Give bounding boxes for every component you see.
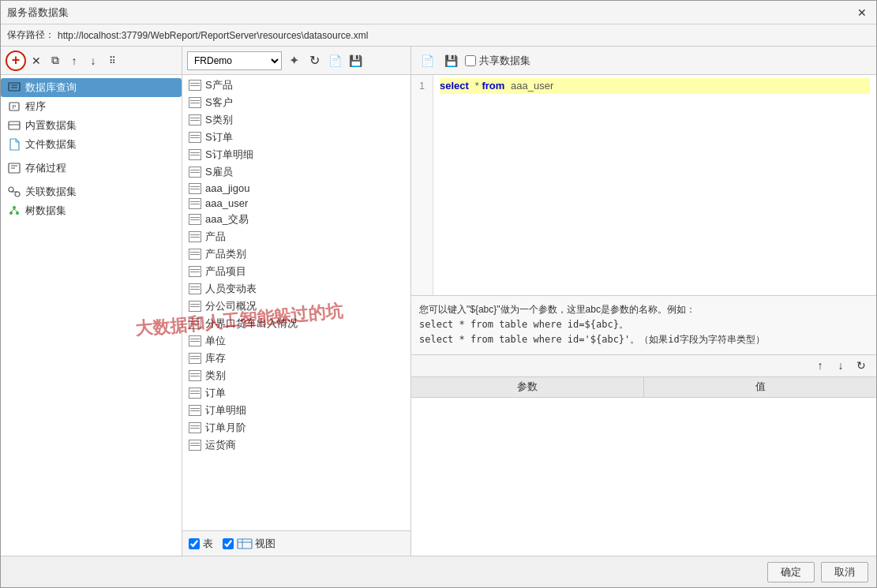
sql-keyword-from: from xyxy=(482,80,504,92)
list-item[interactable]: 订单 xyxy=(182,384,410,402)
move-up-button[interactable]: ↑ xyxy=(66,52,83,69)
list-item[interactable]: 单位 xyxy=(182,332,410,350)
table-row-icon xyxy=(189,80,201,91)
table-checkbox[interactable] xyxy=(189,538,200,549)
table-label: 表 xyxy=(203,537,213,551)
list-item[interactable]: S客户 xyxy=(182,94,410,111)
table-list: S产品 S客户 S类别 S订单 S订单明细 S雇员 aaa_jigou aaa_… xyxy=(182,75,410,530)
sql-keyword-select: select xyxy=(440,80,469,92)
save-path-bar: 保存路径： http://localhost:37799/WebReport/R… xyxy=(1,24,876,47)
hint-text-1: 您可以键入"${abc}"做为一个参数，这里abc是参数的名称。例如： xyxy=(419,302,868,317)
svg-point-15 xyxy=(16,212,19,215)
params-col-name: 参数 xyxy=(411,377,644,397)
right-open-btn[interactable]: 📄 xyxy=(418,51,437,70)
params-body xyxy=(411,398,876,556)
tree-item-related[interactable]: 关联数据集 xyxy=(1,182,182,201)
file-icon xyxy=(7,137,21,152)
settings-icon-btn[interactable]: ✦ xyxy=(285,52,302,69)
list-item[interactable]: 订单明细 xyxy=(182,402,410,419)
tree-item-db-query[interactable]: 数据库查询 xyxy=(1,78,182,97)
right-save-btn[interactable]: 💾 xyxy=(441,51,460,70)
tree-label-procedure: 程序 xyxy=(25,99,46,114)
list-item[interactable]: S产品 xyxy=(182,77,410,94)
view-label: 视图 xyxy=(255,537,275,551)
table-row-icon xyxy=(189,198,201,209)
more-button[interactable]: ⠿ xyxy=(103,52,121,69)
svg-point-14 xyxy=(9,212,13,215)
table-row-icon xyxy=(189,231,201,242)
tree-label-stored: 存储过程 xyxy=(25,161,66,175)
tree-item-tree[interactable]: 树数据集 xyxy=(1,201,182,220)
tree-item-stored[interactable]: 存储过程 xyxy=(1,159,182,178)
tree-item-builtin[interactable]: 内置数据集 xyxy=(1,116,182,135)
line-numbers: 1 xyxy=(411,75,433,295)
tree-label-builtin: 内置数据集 xyxy=(25,118,77,133)
title-bar: 服务器数据集 ✕ xyxy=(1,1,876,24)
table-checkbox-group: 表 xyxy=(189,537,213,551)
share-checkbox[interactable] xyxy=(465,55,476,66)
tree-item-procedure[interactable]: P 程序 xyxy=(1,97,182,116)
list-item[interactable]: 产品项目 xyxy=(182,263,410,280)
svg-point-10 xyxy=(9,187,13,192)
table-row-icon xyxy=(189,440,201,451)
list-item[interactable]: aaa_jigou xyxy=(182,181,410,196)
list-item[interactable]: 库存 xyxy=(182,350,410,367)
list-item[interactable]: 订单月阶 xyxy=(182,419,410,436)
sql-line-1[interactable]: select * from aaa_user xyxy=(440,78,870,94)
save-icon-btn[interactable]: 💾 xyxy=(347,52,364,69)
stored-icon xyxy=(7,161,21,175)
add-button[interactable]: + xyxy=(6,51,26,71)
params-refresh-btn[interactable]: ↻ xyxy=(853,357,870,374)
table-row-icon xyxy=(189,370,201,381)
main-area: + ✕ ⧉ ↑ ↓ ⠿ 数据库查询 P 程序 xyxy=(1,47,876,556)
middle-footer: 表 视图 xyxy=(182,530,410,556)
move-down-button[interactable]: ↓ xyxy=(84,52,102,69)
params-down-btn[interactable]: ↓ xyxy=(832,357,849,374)
refresh-btn[interactable]: ↻ xyxy=(305,52,323,69)
list-item[interactable]: 分界口货车出入情况 xyxy=(182,315,410,332)
list-item[interactable]: 产品类别 xyxy=(182,245,410,263)
params-toolbar: ↑ ↓ ↻ xyxy=(411,355,876,377)
svg-line-16 xyxy=(11,209,14,212)
list-item[interactable]: 分公司概况 xyxy=(182,298,410,315)
list-item[interactable]: aaa_交易 xyxy=(182,211,410,228)
list-item[interactable]: 类别 xyxy=(182,367,410,384)
tree-label-file: 文件数据集 xyxy=(25,137,77,152)
delete-button[interactable]: ✕ xyxy=(28,52,45,69)
cancel-button[interactable]: 取消 xyxy=(821,562,868,582)
svg-rect-0 xyxy=(9,83,20,91)
tree-item-file[interactable]: 文件数据集 xyxy=(1,135,182,154)
svg-text:P: P xyxy=(12,103,16,110)
svg-point-13 xyxy=(13,206,16,209)
line-num-1: 1 xyxy=(411,78,433,94)
sql-text-2: aaa_user xyxy=(511,80,553,92)
sql-content[interactable]: select * from aaa_user xyxy=(433,75,876,295)
table-row-icon xyxy=(189,301,201,312)
view-checkbox[interactable] xyxy=(223,538,234,549)
table-row-icon xyxy=(189,422,201,433)
bottom-bar: 确定 取消 xyxy=(1,556,876,587)
right-panel: 📄 💾 共享数据集 1 select * from aaa_ xyxy=(411,47,876,556)
list-item[interactable]: 产品 xyxy=(182,228,410,245)
list-item[interactable]: S订单明细 xyxy=(182,146,410,163)
table-row-icon xyxy=(189,266,201,277)
list-item[interactable]: aaa_user xyxy=(182,196,410,211)
open-btn[interactable]: 📄 xyxy=(326,52,343,69)
list-item[interactable]: S订单 xyxy=(182,129,410,146)
svg-rect-18 xyxy=(238,539,252,549)
copy-button[interactable]: ⧉ xyxy=(47,52,64,69)
hint-code-1: select * from table where id=${abc}。 xyxy=(419,317,868,332)
confirm-button[interactable]: 确定 xyxy=(767,562,815,582)
close-button[interactable]: ✕ xyxy=(854,5,870,21)
params-up-btn[interactable]: ↑ xyxy=(811,357,829,374)
table-row-icon xyxy=(189,405,201,416)
middle-panel: FRDemo ✦ ↻ 📄 💾 S产品 S客户 S类别 S订单 S订单明细 S雇员… xyxy=(182,47,411,556)
list-item[interactable]: S类别 xyxy=(182,111,410,129)
save-path-label: 保存路径： xyxy=(7,28,54,42)
db-selector[interactable]: FRDemo xyxy=(187,51,282,70)
list-item[interactable]: S雇员 xyxy=(182,163,410,181)
list-item[interactable]: 人员变动表 xyxy=(182,280,410,298)
table-row-icon xyxy=(189,97,201,108)
list-item[interactable]: 运货商 xyxy=(182,436,410,454)
window-title: 服务器数据集 xyxy=(7,6,69,20)
